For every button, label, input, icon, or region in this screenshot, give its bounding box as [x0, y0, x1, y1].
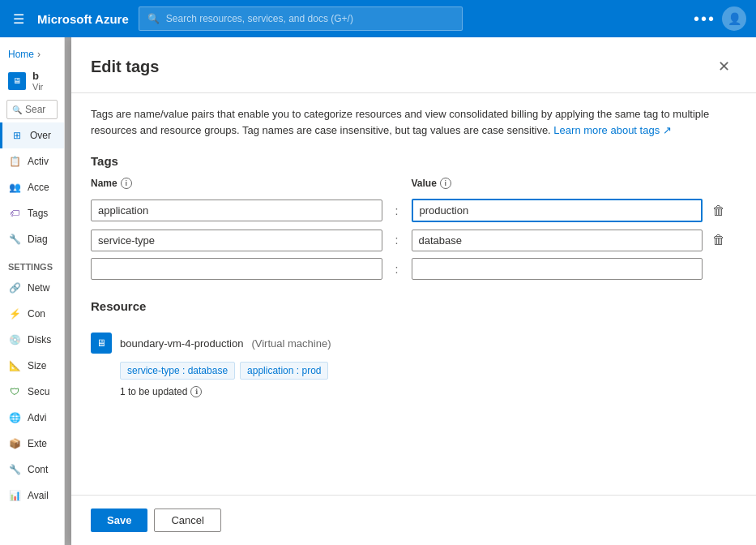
- save-button[interactable]: Save: [91, 509, 147, 532]
- modal-header: Edit tags ✕: [71, 37, 756, 93]
- tag-value-input-1[interactable]: [412, 199, 703, 222]
- name-column-header: Name i: [91, 178, 382, 192]
- global-search[interactable]: 🔍: [139, 6, 463, 31]
- sidebar-item-activity[interactable]: 📋 Activ: [0, 148, 64, 174]
- sidebar-search-label: Sear: [25, 104, 45, 115]
- tag-chips-container: service-type : database application : pr…: [120, 362, 737, 380]
- sidebar: Home › 🖥 b Vir 🔍 Sear ⊞ Over 📋 Activ 👥: [0, 37, 65, 545]
- resource-vm-icon-large: 🖥: [91, 333, 112, 354]
- tag-row-empty: :: [91, 258, 737, 280]
- sidebar-item-access[interactable]: 👥 Acce: [0, 174, 64, 200]
- breadcrumb-chevron: ›: [37, 49, 41, 60]
- sidebar-item-label: Tags: [28, 208, 48, 219]
- external-link-icon: ↗: [663, 124, 672, 136]
- sidebar-item-tags[interactable]: 🏷 Tags: [0, 200, 64, 226]
- resource-vm-icon: 🖥: [8, 72, 26, 90]
- sidebar-search[interactable]: 🔍 Sear: [6, 100, 58, 119]
- resource-sub: Vir: [32, 82, 43, 92]
- sidebar-item-config[interactable]: 🔧 Cont: [0, 457, 64, 483]
- edit-tags-panel: Edit tags ✕ Tags are name/value pairs th…: [71, 37, 756, 545]
- tag-value-input-2[interactable]: [412, 230, 703, 251]
- delete-tag-1-button[interactable]: 🗑: [707, 200, 730, 222]
- tag-chip-2: application : prod: [240, 362, 328, 380]
- update-count: 1 to be updated: [120, 386, 187, 397]
- sidebar-item-label: Over: [30, 130, 51, 141]
- resource-section: Resource 🖥 boundary-vm-4-production (Vir…: [91, 299, 737, 407]
- modal-description: Tags are name/value pairs that enable yo…: [91, 106, 737, 138]
- sidebar-item-security[interactable]: 🛡 Secu: [0, 379, 64, 405]
- sidebar-item-label: Con: [28, 308, 45, 320]
- tag-name-input-1[interactable]: [91, 200, 382, 221]
- tags-section-label: Tags: [91, 154, 737, 168]
- tag-row-2: : 🗑: [91, 229, 737, 251]
- close-button[interactable]: ✕: [711, 54, 737, 79]
- extensions-icon: 📦: [8, 437, 21, 450]
- sidebar-item-label: Size: [28, 360, 46, 371]
- app-logo: Microsoft Azure: [37, 12, 129, 26]
- name-info-icon[interactable]: i: [121, 178, 132, 189]
- nav-right-controls: ••• 👤: [694, 6, 746, 31]
- advisor-icon: 🌐: [8, 411, 21, 424]
- modal-body: Tags are name/value pairs that enable yo…: [71, 93, 756, 495]
- more-options-button[interactable]: •••: [694, 10, 715, 28]
- config-icon: 🔧: [8, 463, 21, 476]
- search-icon: 🔍: [147, 13, 160, 24]
- sidebar-item-label: Disks: [28, 334, 51, 345]
- sidebar-item-extensions[interactable]: 📦 Exte: [0, 431, 64, 457]
- sidebar-item-diagnostics[interactable]: 🔧 Diag: [0, 226, 64, 252]
- overview-icon: ⊞: [11, 129, 23, 142]
- sidebar-item-label: Advi: [28, 412, 46, 423]
- search-input[interactable]: [166, 13, 454, 24]
- update-notice: 1 to be updated ℹ: [120, 386, 737, 397]
- tags-icon: 🏷: [8, 207, 21, 220]
- sidebar-item-label: Activ: [28, 156, 49, 167]
- disks-icon: 💿: [8, 333, 21, 346]
- resource-name: b: [32, 70, 43, 82]
- sidebar-item-overview[interactable]: ⊞ Over: [0, 122, 64, 148]
- update-info-icon[interactable]: ℹ: [190, 386, 202, 397]
- sidebar-item-advisor[interactable]: 🌐 Advi: [0, 405, 64, 431]
- sidebar-item-disks[interactable]: 💿 Disks: [0, 327, 64, 353]
- home-link[interactable]: Home: [8, 49, 34, 60]
- tag-row-1: : 🗑: [91, 199, 737, 222]
- resource-header: 🖥 b Vir: [0, 65, 64, 97]
- cancel-button[interactable]: Cancel: [154, 509, 220, 532]
- breadcrumb: Home ›: [0, 44, 64, 65]
- sidebar-search-icon: 🔍: [12, 105, 22, 114]
- top-navigation: ☰ Microsoft Azure 🔍 ••• 👤: [0, 0, 756, 37]
- tag-name-input-2[interactable]: [91, 230, 382, 251]
- delete-tag-2-button[interactable]: 🗑: [707, 229, 730, 251]
- colon-separator-3: :: [387, 263, 407, 276]
- value-column-header: Value i: [412, 178, 703, 192]
- hamburger-menu[interactable]: ☰: [10, 8, 28, 30]
- sidebar-item-availability[interactable]: 📊 Avail: [0, 483, 64, 509]
- tags-grid-headers: Name i Value i: [91, 178, 737, 192]
- sidebar-item-label: Avail: [28, 490, 49, 501]
- resource-card: 🖥 boundary-vm-4-production (Virtual mach…: [91, 323, 737, 407]
- sidebar-item-networking[interactable]: 🔗 Netw: [0, 275, 64, 301]
- tag-name-input-new[interactable]: [91, 258, 382, 280]
- resource-card-header: 🖥 boundary-vm-4-production (Virtual mach…: [91, 333, 737, 354]
- colon-separator-1: :: [387, 204, 407, 217]
- sidebar-item-label: Secu: [28, 386, 49, 397]
- colon-separator-2: :: [387, 234, 407, 247]
- availability-icon: 📊: [8, 489, 21, 502]
- user-avatar[interactable]: 👤: [722, 6, 746, 31]
- learn-more-link[interactable]: Learn more about tags ↗: [553, 124, 671, 136]
- sidebar-item-label: Acce: [28, 182, 49, 193]
- modal-title: Edit tags: [91, 58, 159, 76]
- vm-icon-glyph: 🖥: [13, 76, 21, 85]
- resource-vm-name: boundary-vm-4-production: [120, 337, 243, 350]
- diagnostics-icon: 🔧: [8, 233, 21, 246]
- activity-icon: 📋: [8, 155, 21, 168]
- value-info-icon[interactable]: i: [440, 178, 451, 189]
- tag-chip-1: service-type : database: [120, 362, 235, 380]
- sidebar-item-label: Diag: [28, 234, 48, 245]
- sidebar-item-size[interactable]: 📐 Size: [0, 353, 64, 379]
- sidebar-item-connect[interactable]: ⚡ Con: [0, 301, 64, 327]
- resource-section-label: Resource: [91, 299, 737, 313]
- access-icon: 👥: [8, 181, 21, 194]
- resource-vm-type: (Virtual machine): [251, 337, 331, 350]
- tag-value-input-new[interactable]: [412, 258, 703, 280]
- vm-glyph: 🖥: [96, 337, 106, 349]
